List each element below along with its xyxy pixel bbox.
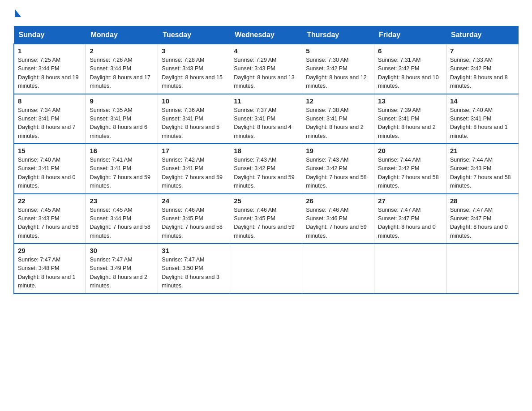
calendar-day-cell: 8Sunrise: 7:34 AMSunset: 3:41 PMDaylight… bbox=[14, 94, 86, 144]
col-saturday: Saturday bbox=[446, 26, 519, 44]
day-info: Sunrise: 7:33 AMSunset: 3:42 PMDaylight:… bbox=[450, 56, 515, 91]
calendar-day-cell: 15Sunrise: 7:40 AMSunset: 3:41 PMDayligh… bbox=[14, 144, 86, 194]
day-info: Sunrise: 7:46 AMSunset: 3:45 PMDaylight:… bbox=[234, 206, 298, 241]
day-number: 24 bbox=[162, 197, 226, 205]
day-number: 7 bbox=[450, 47, 515, 55]
day-number: 30 bbox=[90, 247, 154, 254]
calendar-week-row: 22Sunrise: 7:45 AMSunset: 3:43 PMDayligh… bbox=[14, 194, 519, 244]
day-info: Sunrise: 7:47 AMSunset: 3:47 PMDaylight:… bbox=[378, 206, 442, 241]
day-number: 31 bbox=[162, 247, 226, 254]
calendar-day-cell: 11Sunrise: 7:37 AMSunset: 3:41 PMDayligh… bbox=[230, 94, 302, 144]
day-info: Sunrise: 7:40 AMSunset: 3:41 PMDaylight:… bbox=[450, 106, 515, 141]
day-info: Sunrise: 7:47 AMSunset: 3:47 PMDaylight:… bbox=[450, 206, 515, 241]
logo bbox=[13, 9, 21, 18]
day-number: 16 bbox=[90, 147, 154, 154]
day-info: Sunrise: 7:26 AMSunset: 3:44 PMDaylight:… bbox=[90, 56, 154, 91]
col-thursday: Thursday bbox=[302, 26, 374, 44]
day-info: Sunrise: 7:47 AMSunset: 3:50 PMDaylight:… bbox=[162, 256, 226, 291]
calendar-day-cell: 10Sunrise: 7:36 AMSunset: 3:41 PMDayligh… bbox=[158, 94, 230, 144]
day-info: Sunrise: 7:36 AMSunset: 3:41 PMDaylight:… bbox=[162, 106, 226, 141]
calendar-day-cell: 1Sunrise: 7:25 AMSunset: 3:44 PMDaylight… bbox=[14, 44, 86, 94]
calendar-day-cell: 28Sunrise: 7:47 AMSunset: 3:47 PMDayligh… bbox=[446, 194, 519, 244]
day-number: 22 bbox=[18, 197, 82, 205]
day-info: Sunrise: 7:45 AMSunset: 3:44 PMDaylight:… bbox=[90, 206, 154, 241]
calendar-day-cell: 26Sunrise: 7:46 AMSunset: 3:46 PMDayligh… bbox=[302, 194, 374, 244]
calendar-day-cell: 9Sunrise: 7:35 AMSunset: 3:41 PMDaylight… bbox=[86, 94, 158, 144]
calendar-day-cell: 3Sunrise: 7:28 AMSunset: 3:43 PMDaylight… bbox=[158, 44, 230, 94]
day-info: Sunrise: 7:37 AMSunset: 3:41 PMDaylight:… bbox=[234, 106, 298, 141]
day-number: 20 bbox=[378, 147, 442, 154]
day-info: Sunrise: 7:41 AMSunset: 3:41 PMDaylight:… bbox=[90, 156, 154, 191]
day-number: 11 bbox=[234, 97, 298, 105]
day-number: 25 bbox=[234, 197, 298, 205]
calendar-day-cell bbox=[302, 244, 374, 294]
day-info: Sunrise: 7:30 AMSunset: 3:42 PMDaylight:… bbox=[306, 56, 370, 91]
logo-arrow-icon bbox=[15, 9, 21, 17]
calendar-day-cell: 19Sunrise: 7:43 AMSunset: 3:42 PMDayligh… bbox=[302, 144, 374, 194]
day-info: Sunrise: 7:45 AMSunset: 3:43 PMDaylight:… bbox=[18, 206, 82, 241]
calendar-day-cell: 24Sunrise: 7:46 AMSunset: 3:45 PMDayligh… bbox=[158, 194, 230, 244]
calendar-day-cell: 30Sunrise: 7:47 AMSunset: 3:49 PMDayligh… bbox=[86, 244, 158, 294]
day-number: 18 bbox=[234, 147, 298, 154]
day-number: 19 bbox=[306, 147, 370, 154]
day-number: 12 bbox=[306, 97, 370, 105]
day-number: 4 bbox=[234, 47, 298, 55]
day-info: Sunrise: 7:46 AMSunset: 3:45 PMDaylight:… bbox=[162, 206, 226, 241]
day-number: 23 bbox=[90, 197, 154, 205]
day-number: 14 bbox=[450, 97, 515, 105]
day-info: Sunrise: 7:47 AMSunset: 3:48 PMDaylight:… bbox=[18, 256, 82, 291]
day-info: Sunrise: 7:38 AMSunset: 3:41 PMDaylight:… bbox=[306, 106, 370, 141]
calendar-day-cell: 31Sunrise: 7:47 AMSunset: 3:50 PMDayligh… bbox=[158, 244, 230, 294]
col-monday: Monday bbox=[86, 26, 158, 44]
day-info: Sunrise: 7:28 AMSunset: 3:43 PMDaylight:… bbox=[162, 56, 226, 91]
day-number: 6 bbox=[378, 47, 442, 55]
day-number: 5 bbox=[306, 47, 370, 55]
day-info: Sunrise: 7:31 AMSunset: 3:42 PMDaylight:… bbox=[378, 56, 442, 91]
calendar-day-cell: 14Sunrise: 7:40 AMSunset: 3:41 PMDayligh… bbox=[446, 94, 519, 144]
col-wednesday: Wednesday bbox=[230, 26, 302, 44]
day-number: 29 bbox=[18, 247, 82, 254]
day-number: 3 bbox=[162, 47, 226, 55]
day-number: 26 bbox=[306, 197, 370, 205]
day-info: Sunrise: 7:47 AMSunset: 3:49 PMDaylight:… bbox=[90, 256, 154, 291]
col-tuesday: Tuesday bbox=[158, 26, 230, 44]
col-friday: Friday bbox=[374, 26, 446, 44]
day-number: 15 bbox=[18, 147, 82, 154]
page-header bbox=[13, 9, 519, 18]
calendar-day-cell: 21Sunrise: 7:44 AMSunset: 3:43 PMDayligh… bbox=[446, 144, 519, 194]
day-info: Sunrise: 7:43 AMSunset: 3:42 PMDaylight:… bbox=[234, 156, 298, 191]
day-number: 9 bbox=[90, 97, 154, 105]
day-info: Sunrise: 7:29 AMSunset: 3:43 PMDaylight:… bbox=[234, 56, 298, 91]
calendar-table: Sunday Monday Tuesday Wednesday Thursday… bbox=[13, 26, 519, 294]
calendar-week-row: 1Sunrise: 7:25 AMSunset: 3:44 PMDaylight… bbox=[14, 44, 519, 94]
calendar-week-row: 8Sunrise: 7:34 AMSunset: 3:41 PMDaylight… bbox=[14, 94, 519, 144]
calendar-day-cell: 27Sunrise: 7:47 AMSunset: 3:47 PMDayligh… bbox=[374, 194, 446, 244]
day-info: Sunrise: 7:46 AMSunset: 3:46 PMDaylight:… bbox=[306, 206, 370, 241]
calendar-day-cell: 6Sunrise: 7:31 AMSunset: 3:42 PMDaylight… bbox=[374, 44, 446, 94]
calendar-week-row: 15Sunrise: 7:40 AMSunset: 3:41 PMDayligh… bbox=[14, 144, 519, 194]
day-number: 21 bbox=[450, 147, 515, 154]
day-number: 8 bbox=[18, 97, 82, 105]
calendar-day-cell: 23Sunrise: 7:45 AMSunset: 3:44 PMDayligh… bbox=[86, 194, 158, 244]
calendar-day-cell: 16Sunrise: 7:41 AMSunset: 3:41 PMDayligh… bbox=[86, 144, 158, 194]
calendar-day-cell: 22Sunrise: 7:45 AMSunset: 3:43 PMDayligh… bbox=[14, 194, 86, 244]
day-info: Sunrise: 7:35 AMSunset: 3:41 PMDaylight:… bbox=[90, 106, 154, 141]
day-info: Sunrise: 7:42 AMSunset: 3:41 PMDaylight:… bbox=[162, 156, 226, 191]
day-info: Sunrise: 7:43 AMSunset: 3:42 PMDaylight:… bbox=[306, 156, 370, 191]
calendar-day-cell: 12Sunrise: 7:38 AMSunset: 3:41 PMDayligh… bbox=[302, 94, 374, 144]
calendar-day-cell: 17Sunrise: 7:42 AMSunset: 3:41 PMDayligh… bbox=[158, 144, 230, 194]
day-number: 13 bbox=[378, 97, 442, 105]
calendar-day-cell: 7Sunrise: 7:33 AMSunset: 3:42 PMDaylight… bbox=[446, 44, 519, 94]
day-number: 1 bbox=[18, 47, 82, 55]
day-info: Sunrise: 7:25 AMSunset: 3:44 PMDaylight:… bbox=[18, 56, 82, 91]
calendar-day-cell: 29Sunrise: 7:47 AMSunset: 3:48 PMDayligh… bbox=[14, 244, 86, 294]
day-number: 27 bbox=[378, 197, 442, 205]
day-number: 2 bbox=[90, 47, 154, 55]
day-info: Sunrise: 7:40 AMSunset: 3:41 PMDaylight:… bbox=[18, 156, 82, 191]
calendar-day-cell: 4Sunrise: 7:29 AMSunset: 3:43 PMDaylight… bbox=[230, 44, 302, 94]
calendar-day-cell: 13Sunrise: 7:39 AMSunset: 3:41 PMDayligh… bbox=[374, 94, 446, 144]
day-info: Sunrise: 7:44 AMSunset: 3:42 PMDaylight:… bbox=[378, 156, 442, 191]
day-info: Sunrise: 7:44 AMSunset: 3:43 PMDaylight:… bbox=[450, 156, 515, 191]
col-sunday: Sunday bbox=[14, 26, 86, 44]
day-number: 17 bbox=[162, 147, 226, 154]
